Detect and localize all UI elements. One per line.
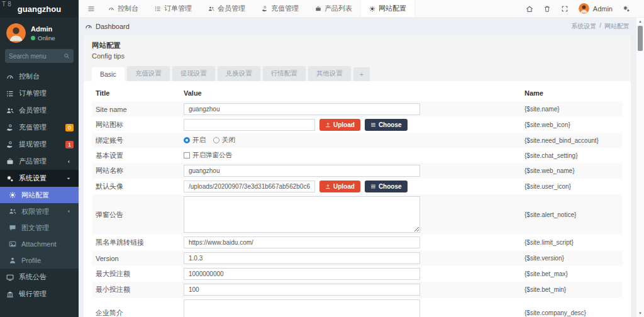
watermark-text: T8: [2, 1, 13, 8]
config-tab[interactable]: 兑换设置: [218, 66, 260, 81]
sidebar-item[interactable]: 权限管理: [0, 203, 79, 220]
menu-toggle-icon[interactable]: [82, 5, 100, 13]
vertical-scrollbar[interactable]: ▲ ▼: [636, 18, 644, 317]
sidebar: guangzhou Admin Online 控制台订单管理会员管理充值管理0提…: [0, 0, 79, 317]
limit-script-input[interactable]: [184, 236, 420, 248]
home-icon[interactable]: [526, 5, 533, 13]
search-input[interactable]: [9, 53, 64, 60]
gear-icon: [369, 6, 375, 12]
user-name: Admin: [31, 25, 55, 33]
sidebar-item[interactable]: 会员管理: [0, 102, 79, 119]
nav-item[interactable]: 订单管理: [147, 0, 200, 17]
checkbox-option[interactable]: 开启弹窗公告: [184, 151, 232, 160]
table-row: Site name{$site.name}: [92, 101, 623, 117]
scroll-down-icon[interactable]: ▼: [636, 311, 644, 315]
user-icon-input[interactable]: [184, 181, 315, 192]
sidebar-item[interactable]: 系统设置: [0, 170, 79, 187]
row-title: 弹窗公告: [96, 210, 184, 220]
nav-item[interactable]: 网站配置: [360, 0, 415, 17]
sidebar-item-label: 订单管理: [19, 89, 47, 98]
version-input[interactable]: [184, 252, 420, 264]
scroll-up-icon[interactable]: ▲: [636, 19, 644, 23]
sidebar-item[interactable]: Profile: [0, 252, 79, 269]
breadcrumb-dashboard[interactable]: Dashboard: [96, 23, 130, 30]
content-area: Dashboard 系统设置 / 网站配置 网站配置 Config tips B…: [79, 18, 636, 317]
nav-item-label: 充值管理: [271, 4, 299, 13]
sidebar-item[interactable]: 图文管理: [0, 220, 79, 236]
sidebar-item-label: 提现管理: [19, 140, 47, 149]
sidebar-item-label: 会员管理: [19, 106, 47, 115]
table-row: 网站名称{$site.web_name}: [92, 163, 623, 179]
row-title: 网站图标: [96, 120, 184, 130]
sidebar-user-panel: Admin Online: [0, 18, 79, 47]
bet-min-input[interactable]: [184, 284, 420, 296]
bet-max-input[interactable]: [184, 268, 420, 280]
config-tab[interactable]: Basic: [92, 67, 125, 81]
site-name-input[interactable]: [184, 103, 420, 115]
sidebar-item[interactable]: 网站配置: [0, 187, 79, 203]
list-icon: [370, 122, 376, 128]
add-tab-button[interactable]: +: [353, 67, 370, 81]
upload-button[interactable]: Upload: [319, 119, 360, 131]
breadcrumb-page[interactable]: 网站配置: [604, 22, 630, 31]
nav-item[interactable]: 产品列表: [307, 0, 360, 17]
row-template-name: {$site.alert_notice}: [525, 211, 619, 218]
row-title: Site name: [96, 106, 184, 113]
choose-label: Choose: [379, 183, 402, 190]
web-name-input[interactable]: [184, 165, 420, 177]
sidebar-item[interactable]: 产品管理: [0, 153, 79, 170]
sidebar-item[interactable]: 银行管理: [0, 286, 79, 303]
sidebar-item-label: 充值管理: [19, 123, 47, 132]
sidebar-item[interactable]: 订单管理: [0, 85, 79, 102]
sidebar-item-label: Attachment: [21, 240, 57, 248]
sidebar-item-label: 系统设置: [19, 174, 47, 183]
company-desc-textarea[interactable]: [184, 299, 420, 317]
sidebar-search: [5, 49, 74, 63]
radio-option[interactable]: 关闭: [213, 136, 235, 145]
config-tab[interactable]: 充值设置: [127, 66, 170, 81]
radio-label: 开启: [192, 136, 206, 145]
list-icon: [6, 90, 14, 97]
alert-notice-textarea[interactable]: [184, 196, 420, 233]
table-row: 最小投注额{$site.bet_min}: [92, 282, 623, 298]
gauge-icon: [108, 6, 114, 12]
col-title: Title: [96, 89, 184, 97]
row-template-name: {$site.bet_min}: [525, 286, 619, 293]
search-icon[interactable]: [64, 53, 70, 59]
breadcrumb-section[interactable]: 系统设置: [571, 22, 596, 31]
nav-item-label: 控制台: [118, 4, 138, 13]
nav-item[interactable]: 充值管理: [253, 0, 307, 17]
row-template-name: {$site.limit_script}: [525, 239, 619, 246]
trash-icon[interactable]: [543, 5, 551, 13]
dashboard-icon: [85, 23, 92, 30]
sidebar-item[interactable]: 控制台: [0, 68, 79, 85]
row-template-name: {$site.bet_max}: [525, 270, 619, 277]
choose-button[interactable]: Choose: [365, 181, 408, 192]
user-menu[interactable]: Admin: [579, 3, 613, 14]
row-template-name: {$site.user_icon}: [525, 183, 619, 190]
config-tab[interactable]: 提现设置: [172, 66, 215, 81]
col-name: Name: [525, 89, 619, 97]
web-icon-input[interactable]: [184, 119, 315, 131]
row-title: 绑定账号: [96, 136, 184, 145]
config-tab[interactable]: 其他设置: [308, 66, 351, 81]
navbar-user-label: Admin: [593, 5, 613, 13]
nav-item[interactable]: 控制台: [100, 0, 147, 17]
sidebar-item[interactable]: Attachment: [0, 236, 79, 252]
sidebar-item[interactable]: 提现管理1: [0, 136, 79, 153]
sidebar-item[interactable]: 系统公告: [0, 269, 79, 286]
user-status: Online: [31, 35, 55, 42]
radio-option[interactable]: 开启: [184, 136, 206, 145]
row-title: 基本设置: [96, 151, 184, 160]
row-title: 最小投注额: [96, 285, 184, 294]
scrollbar-thumb[interactable]: [638, 26, 643, 51]
fullscreen-icon[interactable]: [561, 5, 569, 13]
upload-button[interactable]: Upload: [319, 181, 360, 192]
choose-button[interactable]: Choose: [365, 119, 408, 131]
settings-cogs-icon[interactable]: [623, 5, 630, 13]
nav-item[interactable]: 会员管理: [200, 0, 253, 17]
config-panel: 网站配置 Config tips Basic充值设置提现设置兑换设置行情配置其他…: [84, 35, 631, 317]
sidebar-item[interactable]: 充值管理0: [0, 119, 79, 136]
sidebar-item-label: 控制台: [19, 72, 40, 81]
config-tab[interactable]: 行情配置: [263, 66, 306, 81]
